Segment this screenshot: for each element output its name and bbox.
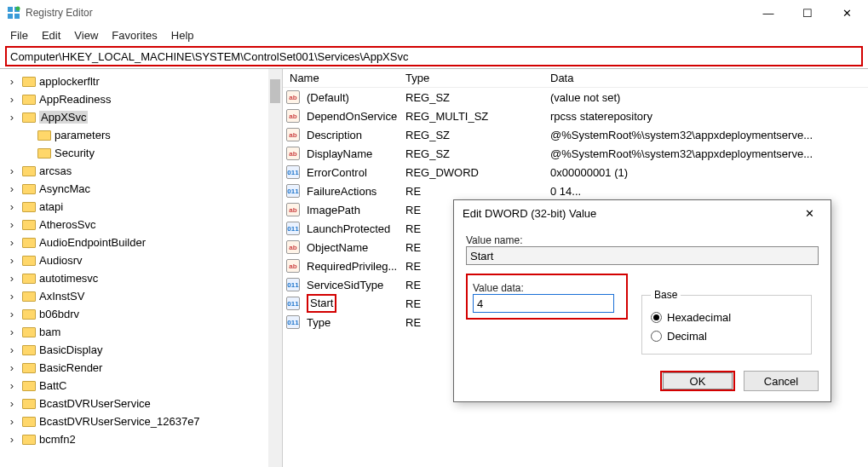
- svg-point-4: [16, 7, 20, 11]
- window-controls: — ☐ ✕: [749, 0, 866, 26]
- value-name: (Default): [303, 91, 405, 104]
- tree-item[interactable]: parameters: [5, 126, 282, 144]
- window-title: Registry Editor: [26, 7, 749, 19]
- value-row[interactable]: abDependOnServiceREG_MULTI_SZrpcss state…: [283, 107, 868, 125]
- menu-file[interactable]: File: [5, 27, 33, 43]
- tree-item[interactable]: ›BcastDVRUserService_12637e7: [5, 412, 282, 430]
- tree-item-label: AppReadiness: [39, 93, 112, 106]
- col-type[interactable]: Type: [405, 72, 550, 84]
- tree-item[interactable]: ›BasicRender: [5, 359, 282, 377]
- tree-item-label: BattC: [39, 379, 67, 392]
- value-row[interactable]: 011ErrorControlREG_DWORD0x00000001 (1): [283, 163, 868, 182]
- tree-item[interactable]: Security: [5, 144, 282, 162]
- minimize-button[interactable]: —: [749, 0, 788, 26]
- tree-item[interactable]: ›AudioEndpointBuilder: [5, 234, 282, 251]
- base-group: Base Hexadecimal Decimal: [641, 289, 812, 355]
- menu-view[interactable]: View: [69, 27, 103, 43]
- col-name[interactable]: Name: [286, 72, 405, 84]
- value-row[interactable]: abDisplayNameREG_SZ@%SystemRoot%\system3…: [283, 144, 868, 163]
- folder-icon: [22, 238, 36, 248]
- value-row[interactable]: 011FailureActionsRE0 14...: [283, 182, 868, 200]
- tree-item-label: AtherosSvc: [39, 218, 95, 231]
- menu-edit[interactable]: Edit: [37, 27, 66, 43]
- value-data: rpcss staterepository: [550, 110, 868, 123]
- value-icon: 011: [286, 165, 303, 179]
- value-name-input[interactable]: [466, 246, 819, 265]
- chevron-right-icon: ›: [5, 272, 19, 285]
- col-data[interactable]: Data: [550, 72, 868, 84]
- chevron-right-icon: ›: [5, 290, 19, 303]
- value-name-label: Value name:: [466, 234, 819, 246]
- folder-icon: [22, 166, 36, 176]
- maximize-button[interactable]: ☐: [788, 0, 827, 26]
- chevron-right-icon: ›: [5, 415, 19, 429]
- value-data: @%SystemRoot%\system32\appxdeploymentser…: [550, 129, 868, 141]
- value-name: Type: [303, 316, 405, 329]
- folder-icon: [22, 309, 36, 320]
- app-icon: [7, 6, 20, 20]
- tree-pane[interactable]: ›applockerfltr›AppReadiness›AppXSvcparam…: [0, 69, 283, 467]
- folder-icon: [22, 184, 36, 194]
- tree-item-label: bcmfn2: [39, 433, 76, 446]
- folder-icon: [22, 435, 36, 445]
- chevron-right-icon: ›: [5, 397, 19, 411]
- tree-item[interactable]: ›AppReadiness: [5, 90, 282, 108]
- scrollbar-thumb[interactable]: [270, 79, 280, 103]
- tree-item[interactable]: ›AsyncMac: [5, 180, 282, 198]
- tree-scrollbar[interactable]: [268, 69, 282, 467]
- radio-label-dec: Decimal: [667, 330, 707, 343]
- tree-item[interactable]: ›BcastDVRUserService: [5, 395, 282, 412]
- close-icon: ✕: [842, 7, 852, 20]
- value-icon: ab: [286, 147, 303, 160]
- value-name: RequiredPrivileg...: [303, 260, 405, 273]
- tree-item[interactable]: ›autotimesvc: [5, 269, 282, 287]
- tree-item[interactable]: ›bcmfn2: [5, 430, 282, 448]
- folder-icon: [22, 399, 36, 409]
- menubar: File Edit View Favorites Help: [0, 26, 868, 44]
- close-button[interactable]: ✕: [827, 0, 866, 26]
- chevron-right-icon: ›: [5, 254, 19, 268]
- tree-item[interactable]: ›Audiosrv: [5, 251, 282, 269]
- value-row[interactable]: ab(Default)REG_SZ(value not set): [283, 88, 868, 107]
- tree-item[interactable]: ›arcsas: [5, 162, 282, 180]
- tree-item[interactable]: ›b06bdrv: [5, 305, 282, 323]
- menu-favorites[interactable]: Favorites: [106, 27, 162, 43]
- radio-hexadecimal[interactable]: Hexadecimal: [651, 308, 802, 326]
- value-type: REG_MULTI_SZ: [405, 110, 550, 123]
- tree-item[interactable]: ›AxInstSV: [5, 287, 282, 305]
- value-row[interactable]: abDescriptionREG_SZ@%SystemRoot%\system3…: [283, 125, 868, 144]
- value-name: Start: [303, 294, 405, 313]
- folder-icon: [22, 274, 36, 284]
- tree-item-label: Audiosrv: [39, 254, 83, 267]
- tree-item-label: BcastDVRUserService: [39, 397, 151, 410]
- menu-help[interactable]: Help: [166, 27, 199, 43]
- tree-item-label: AxInstSV: [39, 290, 84, 303]
- chevron-right-icon: ›: [5, 218, 19, 232]
- ok-button[interactable]: OK: [663, 372, 733, 389]
- address-bar[interactable]: Computer\HKEY_LOCAL_MACHINE\SYSTEM\Contr…: [5, 46, 863, 66]
- value-data-group: Value data:: [466, 274, 628, 320]
- chevron-right-icon: ›: [5, 326, 19, 339]
- dialog-titlebar[interactable]: Edit DWORD (32-bit) Value ✕: [454, 200, 831, 226]
- value-name: DependOnService: [303, 110, 405, 123]
- tree-item[interactable]: ›atapi: [5, 198, 282, 216]
- value-icon: ab: [286, 128, 303, 141]
- tree-item[interactable]: ›bam: [5, 323, 282, 341]
- tree-item[interactable]: ›AtherosSvc: [5, 216, 282, 234]
- value-name: FailureActions: [303, 185, 405, 198]
- dialog-close-button[interactable]: ✕: [796, 205, 822, 221]
- radio-decimal[interactable]: Decimal: [651, 326, 802, 345]
- tree-item[interactable]: ›BasicDisplay: [5, 341, 282, 359]
- tree-item[interactable]: ›applockerfltr: [5, 72, 282, 90]
- value-icon: ab: [286, 203, 303, 216]
- tree-item[interactable]: ›BattC: [5, 377, 282, 395]
- value-type: REG_SZ: [405, 129, 550, 141]
- chevron-right-icon: ›: [5, 236, 19, 250]
- cancel-button[interactable]: Cancel: [744, 371, 819, 391]
- value-data-input[interactable]: [473, 294, 614, 313]
- value-icon: 011: [286, 315, 303, 329]
- tree-item[interactable]: ›AppXSvc: [5, 108, 282, 126]
- value-name: Description: [303, 129, 405, 141]
- folder-icon: [22, 112, 36, 123]
- chevron-right-icon: [20, 129, 34, 142]
